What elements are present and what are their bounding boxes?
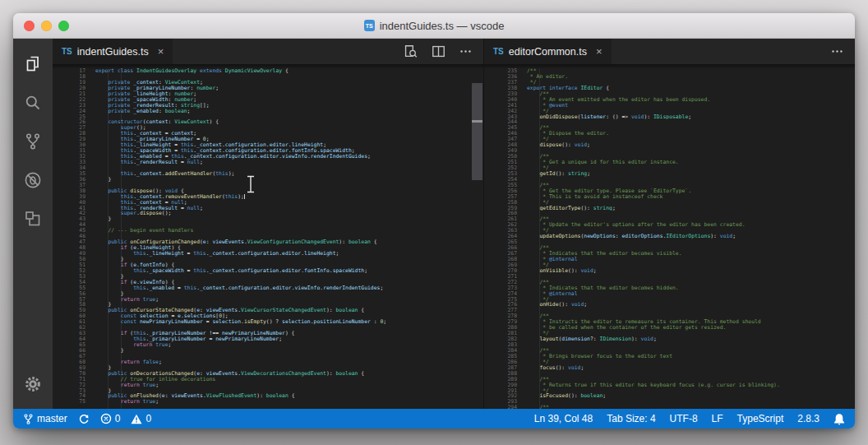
split-editor-icon[interactable] (431, 44, 446, 59)
code-line[interactable]: 54 if (e.viewInfo) { (53, 280, 483, 285)
code-line[interactable]: 29 this._primaryLineNumber = 0; (53, 137, 483, 142)
code-line[interactable]: 49 this._lineHeight = this._context.conf… (53, 251, 483, 257)
code-line[interactable]: 64 this._primaryLineNumber = newPrimaryL… (53, 336, 483, 342)
code-line[interactable]: 70 public onDecorationsChanged(e: viewEv… (53, 371, 483, 377)
code-line[interactable]: 73 } (53, 388, 483, 394)
code-line[interactable]: 62 (53, 325, 483, 331)
activity-item-settings[interactable] (13, 364, 53, 403)
editor-indentguides[interactable]: 17export class IndentGuidesOverlay exten… (53, 64, 483, 409)
code-line[interactable]: 48 if (e.lineHeight) { (53, 245, 483, 251)
code-line[interactable]: 38 public dispose(): void { (53, 188, 483, 194)
language-mode-status[interactable]: TypeScript (737, 413, 784, 424)
code-line[interactable]: 40 this._context = null; (53, 200, 483, 206)
zoom-window-button[interactable] (58, 21, 69, 31)
code-line[interactable]: 50 } (53, 257, 483, 262)
code-line[interactable]: 19 private _context: ViewContext; (53, 80, 483, 86)
more-actions-icon[interactable] (459, 44, 473, 58)
vertical-scrollbar[interactable] (472, 83, 482, 180)
editor-editorcommon[interactable]: 235/**236 * An editor.237 */238export in… (484, 64, 855, 409)
code-line[interactable]: 61 const newPrimaryLineNumber = selectio… (53, 319, 483, 325)
code-line[interactable]: 46 (53, 234, 483, 239)
eol-status[interactable]: LF (712, 413, 723, 424)
code-line[interactable]: 34 (53, 165, 483, 171)
code-line[interactable]: 74 public onFlushed(e: viewEvents.ViewFl… (53, 393, 483, 399)
code-line[interactable]: 17export class IndentGuidesOverlay exten… (53, 68, 483, 74)
open-preview-icon[interactable] (403, 44, 418, 59)
code-line[interactable]: 65 return true; (53, 342, 483, 348)
code-line[interactable]: 30 this._lineHeight = this._context.conf… (53, 142, 483, 148)
code-line[interactable]: 42 super.dispose(); (53, 211, 483, 216)
tab-close-icon[interactable]: × (158, 45, 164, 58)
code-text: dispose(): void; (527, 142, 590, 148)
code-line[interactable]: 67 (53, 354, 483, 359)
code-line[interactable]: 31 this._spaceWidth = this._context.conf… (53, 148, 483, 154)
code-line[interactable]: 23 private _renderResult: string[]; (53, 103, 483, 109)
cursor-position-status[interactable]: Ln 39, Col 48 (534, 413, 593, 424)
code-line[interactable]: 72 return true; (53, 382, 483, 388)
code-line[interactable]: 59 public onCursorStateChanged(e: viewEv… (53, 308, 483, 313)
code-line[interactable]: 24 private _enabled: boolean; (53, 109, 483, 114)
code-line[interactable]: 47 public onConfigurationChanged(e: view… (53, 239, 483, 245)
typescript-version-status[interactable]: 2.8.3 (797, 413, 820, 424)
encoding-status[interactable]: UTF-8 (670, 413, 698, 424)
code-line[interactable]: 41 this._renderResult = null; (53, 206, 483, 211)
code-line[interactable]: 27 super(); (53, 125, 483, 131)
code-line[interactable]: 68 return false; (53, 359, 483, 365)
code-line[interactable]: 36 } (53, 177, 483, 183)
title-bar[interactable]: TS indentGuides.ts — vscode (13, 13, 855, 39)
code-line[interactable]: 58 } (53, 302, 483, 308)
code-line[interactable]: 37 (53, 183, 483, 188)
bell-icon[interactable] (833, 413, 845, 425)
code-line[interactable]: 20 private _primaryLineNumber: number; (53, 86, 483, 91)
git-branch-status[interactable]: master (23, 413, 67, 425)
code-line[interactable]: 43 } (53, 216, 483, 222)
code-line[interactable]: 44 (53, 222, 483, 228)
code-line[interactable]: 66 } (53, 348, 483, 354)
code-line[interactable]: 51 if (e.fontInfo) { (53, 262, 483, 268)
code-line[interactable]: 71 // true for inline decorations (53, 377, 483, 382)
tab-size-status[interactable]: Tab Size: 4 (607, 413, 655, 424)
line-number: 66 (53, 348, 95, 354)
code-line[interactable]: 45 // --- begin event handlers (53, 228, 483, 234)
activity-item-source-control[interactable] (13, 122, 53, 160)
line-number: 59 (53, 308, 95, 313)
code-line[interactable]: 69 } (53, 365, 483, 371)
code-line[interactable]: 25 (53, 114, 483, 120)
code-line[interactable]: 53 } (53, 274, 483, 280)
close-window-button[interactable] (24, 21, 35, 31)
errors-status[interactable]: 0 (100, 413, 121, 424)
minimize-window-button[interactable] (41, 21, 52, 31)
code-line[interactable]: 32 this._enabled = this._context.configu… (53, 154, 483, 160)
line-number: 285 (484, 354, 527, 359)
code-line[interactable]: 57 return true; (53, 297, 483, 303)
line-number: 278 (484, 313, 527, 319)
warnings-status[interactable]: 0 (131, 413, 151, 424)
tab-close-icon[interactable]: × (596, 45, 603, 58)
line-number: 281 (484, 331, 527, 336)
activity-item-explorer[interactable] (13, 44, 53, 83)
code-line[interactable]: 52 this._spaceWidth = this._context.conf… (53, 268, 483, 274)
code-line[interactable]: 75 return true; (53, 399, 483, 405)
code-text: private _renderResult: string[]; (95, 103, 210, 109)
code-line[interactable]: 26 constructor(context: ViewContext) { (53, 119, 483, 125)
code-line[interactable]: 28 this._context = context; (53, 131, 483, 137)
code-line[interactable]: 18 (53, 74, 483, 80)
code-line[interactable]: 63 if (this._primaryLineNumber !== newPr… (53, 331, 483, 336)
activity-item-extensions[interactable] (13, 199, 53, 238)
activity-item-debug[interactable] (13, 160, 53, 199)
code-line[interactable]: 22 private _spaceWidth: number; (53, 97, 483, 103)
sync-status[interactable] (78, 413, 90, 424)
code-line[interactable]: 39 this._context.removeEventHandler(this… (53, 194, 483, 200)
activity-item-search[interactable] (13, 83, 53, 122)
code-line[interactable]: 21 private _lineHeight: number; (53, 91, 483, 97)
code-line[interactable]: 55 this._enabled = this._context.configu… (53, 285, 483, 291)
code-text: */ (527, 297, 549, 303)
tab-editorcommon[interactable]: TS editorCommon.ts × (484, 39, 612, 64)
code-line[interactable]: 56 } (53, 291, 483, 297)
code-line[interactable]: 33 this._renderResult = null; (53, 160, 483, 165)
code-text: public onCursorStateChanged(e: viewEvent… (95, 308, 364, 313)
tab-indentguides[interactable]: TS indentGuides.ts × (53, 39, 173, 64)
code-line[interactable]: 35 this._context.addEventHandler(this); (53, 171, 483, 177)
more-actions-icon[interactable] (830, 44, 844, 58)
code-line[interactable]: 60 const selection = e.selections[0]; (53, 313, 483, 319)
